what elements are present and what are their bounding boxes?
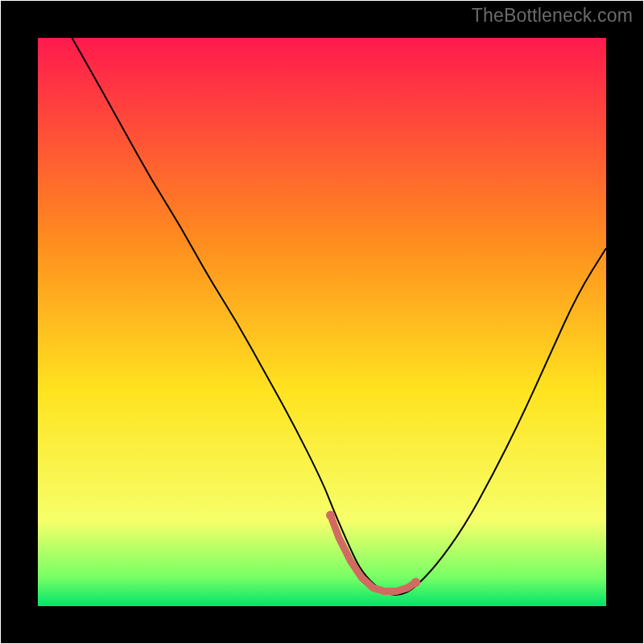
chart-plot-area	[0, 0, 644, 644]
valley-highlight-endpoint	[411, 578, 420, 587]
chart-gradient-background	[38, 38, 606, 606]
bottleneck-chart: TheBottleneck.com	[0, 0, 644, 644]
valley-highlight-endpoint	[326, 510, 335, 519]
watermark-text: TheBottleneck.com	[472, 5, 633, 27]
